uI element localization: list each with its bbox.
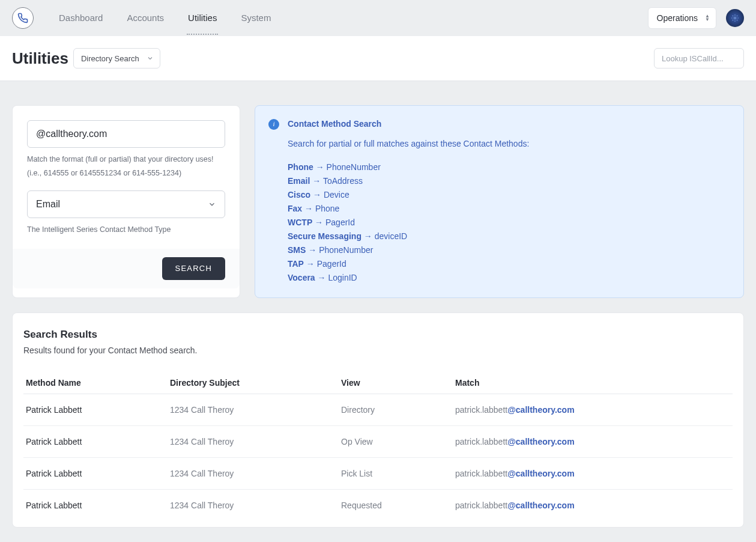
col-header-method-name: Method Name	[23, 372, 168, 394]
method-line: SMS → PhoneNumber	[288, 244, 730, 257]
method-line: Fax → Phone	[288, 202, 730, 215]
avatar-icon	[731, 14, 739, 22]
method-field: deviceID	[375, 231, 407, 241]
info-icon: i	[268, 119, 279, 130]
results-subtitle: Results found for your Contact Method se…	[23, 346, 733, 355]
lookup-iscallid-input[interactable]	[654, 48, 744, 69]
table-row: Patrick Labbett1234 Call TheroyOp Viewpa…	[23, 426, 733, 458]
method-line: Email → ToAddress	[288, 175, 730, 187]
method-line: TAP → PagerId	[288, 258, 730, 270]
method-type: Secure Messaging	[288, 231, 361, 241]
cell-view: Op View	[339, 426, 453, 458]
method-type: Fax	[288, 204, 302, 213]
method-field: ToAddress	[323, 176, 363, 186]
page-header: Utilities Directory Search	[0, 36, 756, 81]
results-table: Method Name Directory Subject View Match…	[23, 372, 733, 521]
contact-method-type-value: Email	[36, 199, 60, 210]
search-button[interactable]: SEARCH	[162, 257, 225, 280]
info-card: i Contact Method Search Search for parti…	[255, 105, 744, 298]
info-title: Contact Method Search	[288, 118, 381, 130]
method-type: Email	[288, 176, 310, 186]
cell-directory-subject: 1234 Call Theroy	[168, 490, 339, 522]
chevron-down-icon	[147, 55, 154, 62]
method-line: WCTP → PagerId	[288, 216, 730, 229]
up-down-icon: ▲▼	[705, 14, 710, 22]
method-line: Cisco → Device	[288, 189, 730, 201]
method-field: PagerId	[325, 218, 355, 227]
nav-system[interactable]: System	[240, 2, 272, 35]
method-field: PhoneNumber	[327, 162, 381, 172]
method-type: TAP	[288, 259, 304, 269]
cell-view: Directory	[339, 394, 453, 426]
topbar: Dashboard Accounts Utilities System Oper…	[0, 0, 756, 36]
avatar[interactable]	[726, 9, 744, 27]
col-header-directory-subject: Directory Subject	[168, 372, 339, 394]
search-card: Match the format (full or partial) that …	[12, 105, 240, 298]
results-title: Search Results	[23, 329, 733, 341]
cell-method-name: Patrick Labbett	[23, 458, 168, 490]
col-header-match: Match	[453, 372, 733, 394]
table-row: Patrick Labbett1234 Call TheroyPick List…	[23, 458, 733, 490]
method-type: WCTP	[288, 218, 312, 227]
info-subtitle: Search for partial or full matches again…	[288, 138, 730, 150]
search-term-help: Match the format (full or partial) that …	[27, 153, 225, 180]
method-type: Cisco	[288, 190, 310, 199]
cell-directory-subject: 1234 Call Theroy	[168, 458, 339, 490]
method-type: SMS	[288, 245, 306, 255]
method-field: Device	[324, 190, 349, 199]
logo[interactable]	[12, 7, 34, 29]
method-line: Vocera → LoginID	[288, 272, 730, 284]
method-field: Phone	[315, 204, 339, 213]
directory-search-select[interactable]: Directory Search	[73, 48, 160, 69]
table-row: Patrick Labbett1234 Call TheroyRequested…	[23, 490, 733, 522]
cell-directory-subject: 1234 Call Theroy	[168, 394, 339, 426]
contact-method-type-help: The Intelligent Series Contact Method Ty…	[27, 223, 225, 237]
results-card: Search Results Results found for your Co…	[12, 312, 744, 528]
method-mappings: Phone → PhoneNumberEmail → ToAddressCisc…	[288, 161, 730, 284]
nav-main: Dashboard Accounts Utilities System	[58, 2, 272, 35]
main-area: Match the format (full or partial) that …	[0, 81, 756, 312]
method-type: Phone	[288, 162, 313, 172]
cell-method-name: Patrick Labbett	[23, 426, 168, 458]
method-field: LoginID	[328, 273, 357, 282]
cell-view: Requested	[339, 490, 453, 522]
table-row: Patrick Labbett1234 Call TheroyDirectory…	[23, 394, 733, 426]
cell-view: Pick List	[339, 458, 453, 490]
search-term-input[interactable]	[27, 120, 225, 148]
chevron-down-icon	[208, 200, 216, 209]
cell-method-name: Patrick Labbett	[23, 394, 168, 426]
svg-point-0	[734, 17, 736, 19]
nav-dashboard[interactable]: Dashboard	[58, 2, 104, 35]
method-field: PhoneNumber	[319, 245, 373, 255]
method-line: Phone → PhoneNumber	[288, 161, 730, 174]
cell-match: patrick.labbett@calltheory.com	[453, 458, 733, 490]
cell-match: patrick.labbett@calltheory.com	[453, 394, 733, 426]
col-header-view: View	[339, 372, 453, 394]
nav-utilities[interactable]: Utilities	[187, 2, 218, 35]
cell-match: patrick.labbett@calltheory.com	[453, 490, 733, 522]
cell-method-name: Patrick Labbett	[23, 490, 168, 522]
operations-select[interactable]: Operations ▲▼	[648, 7, 716, 29]
method-field: PagerId	[317, 259, 346, 269]
method-type: Vocera	[288, 273, 315, 282]
nav-accounts[interactable]: Accounts	[125, 2, 165, 35]
operations-select-label: Operations	[657, 13, 698, 23]
directory-search-label: Directory Search	[81, 54, 139, 63]
method-line: Secure Messaging → deviceID	[288, 230, 730, 243]
page-title: Utilities	[12, 49, 68, 68]
contact-method-type-select[interactable]: Email	[27, 190, 225, 218]
phone-icon	[17, 13, 28, 23]
cell-directory-subject: 1234 Call Theroy	[168, 426, 339, 458]
cell-match: patrick.labbett@calltheory.com	[453, 426, 733, 458]
